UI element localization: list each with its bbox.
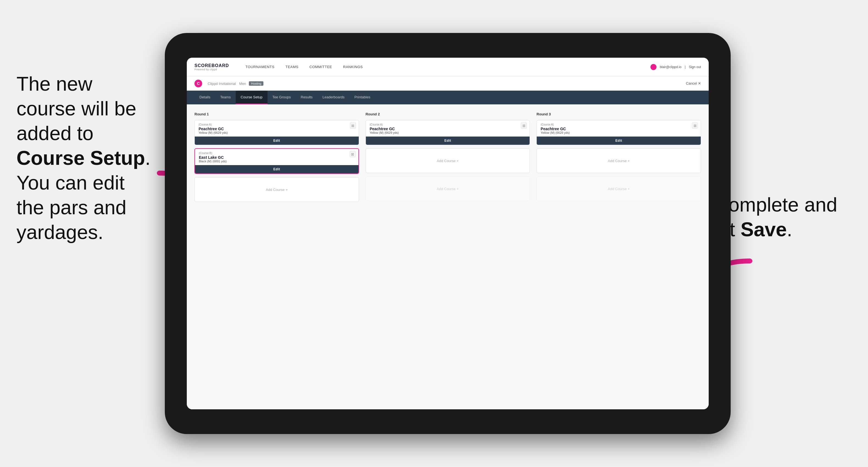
nav-committee[interactable]: COMMITTEE <box>310 65 332 69</box>
round-3-course-a-header: (Course A) Peachtree GC Yellow (M) (6629… <box>537 120 701 136</box>
round-1-course-a-label: (Course A) <box>198 123 355 126</box>
brand-title: SCOREBOARD <box>194 63 229 68</box>
round-1-course-b-card: (Course B) East Lake GC Black (M) (6891 … <box>194 148 359 174</box>
round-1-course-a-name: Peachtree GC <box>198 127 355 131</box>
round-3-course-a-label: (Course A) <box>540 123 697 126</box>
annotation-right: Complete andhit Save. <box>714 192 851 242</box>
round-2-course-a-header: (Course A) Peachtree GC Yellow (M) (6629… <box>366 120 530 136</box>
round-3-course-a-edit-button[interactable]: Edit <box>537 136 701 145</box>
rounds-grid: Round 1 (Course A) Peachtree GC Yellow (… <box>194 112 701 205</box>
tablet-device: SCOREBOARD Powered by clippd TOURNAMENTS… <box>165 33 731 434</box>
user-email: blair@clippd.io <box>660 65 681 69</box>
round-3-add-course-button[interactable]: Add Course + <box>536 148 701 173</box>
round-1-course-b-name: East Lake GC <box>199 155 354 160</box>
round-2-add-course-disabled: Add Course + <box>366 176 530 201</box>
round-1-title: Round 1 <box>194 112 359 116</box>
sign-out-link[interactable]: Sign out <box>689 65 701 69</box>
tab-details[interactable]: Details <box>194 91 215 104</box>
round-3-course-a-card: (Course A) Peachtree GC Yellow (M) (6629… <box>536 120 701 145</box>
round-3-course-a-tee: Yellow (M) (6629 yds) <box>540 131 697 134</box>
round-1-course-a-delete-button[interactable]: ⊠ <box>350 123 356 129</box>
cancel-button[interactable]: Cancel ✕ <box>686 81 701 86</box>
tab-results[interactable]: Results <box>296 91 317 104</box>
round-2-course-a-delete-button[interactable]: ⊠ <box>521 123 527 129</box>
round-3-course-a-name: Peachtree GC <box>540 127 697 131</box>
tournament-gender: Men <box>239 82 246 86</box>
tab-printables[interactable]: Printables <box>349 91 375 104</box>
round-2-title: Round 2 <box>366 112 530 116</box>
tablet-screen: SCOREBOARD Powered by clippd TOURNAMENTS… <box>187 58 709 409</box>
round-1-course-b-tee: Black (M) (6891 yds) <box>199 160 354 163</box>
nav-tournaments[interactable]: TOURNAMENTS <box>246 65 275 69</box>
round-1-course-a-edit-button[interactable]: Edit <box>195 136 359 145</box>
round-1-course-a-tee: Yellow (M) (6629 yds) <box>198 131 355 134</box>
nav-teams[interactable]: TEAMS <box>285 65 298 69</box>
round-1-course-b-edit-button[interactable]: Edit <box>195 165 359 173</box>
round-2-course-a-card: (Course A) Peachtree GC Yellow (M) (6629… <box>366 120 530 145</box>
separator: | <box>685 65 686 69</box>
round-2-course-a-name: Peachtree GC <box>370 127 526 131</box>
round-1-course-b-delete-button[interactable]: ⊠ <box>350 151 356 157</box>
tab-teams[interactable]: Teams <box>215 91 236 104</box>
round-1-column: Round 1 (Course A) Peachtree GC Yellow (… <box>194 112 359 205</box>
round-1-course-a-header: (Course A) Peachtree GC Yellow (M) (6629… <box>195 120 359 136</box>
round-3-column: Round 3 (Course A) Peachtree GC Yellow (… <box>536 112 701 205</box>
round-2-course-a-edit-button[interactable]: Edit <box>366 136 530 145</box>
round-1-course-b-label: (Course B) <box>199 152 354 155</box>
round-3-course-a-delete-button[interactable]: ⊠ <box>692 123 698 129</box>
nav-right: blair@clippd.io | Sign out <box>650 64 701 70</box>
round-2-course-a-tee: Yellow (M) (6629 yds) <box>370 131 526 134</box>
round-3-title: Round 3 <box>536 112 701 116</box>
tournament-name: Clippd Invitational Men <box>206 81 246 86</box>
round-1-course-a-card: (Course A) Peachtree GC Yellow (M) (6629… <box>194 120 359 145</box>
tournament-header: C Clippd Invitational Men Hosting Cancel… <box>187 76 709 91</box>
tab-leaderboards[interactable]: Leaderboards <box>317 91 349 104</box>
round-3-add-course-disabled: Add Course + <box>536 176 701 201</box>
round-1-add-course-button[interactable]: Add Course + <box>194 177 359 202</box>
tabs-bar: Details Teams Course Setup Tee Groups Re… <box>187 91 709 104</box>
round-2-add-course-button[interactable]: Add Course + <box>366 148 530 173</box>
nav-rankings[interactable]: RANKINGS <box>343 65 363 69</box>
user-avatar <box>650 64 656 70</box>
main-content: Round 1 (Course A) Peachtree GC Yellow (… <box>187 104 709 409</box>
brand-subtitle: Powered by clippd <box>194 68 229 71</box>
brand: SCOREBOARD Powered by clippd <box>194 63 229 71</box>
round-2-course-a-label: (Course A) <box>370 123 526 126</box>
round-1-course-b-header: (Course B) East Lake GC Black (M) (6891 … <box>195 149 359 165</box>
round-2-column: Round 2 (Course A) Peachtree GC Yellow (… <box>366 112 530 205</box>
tournament-logo: C <box>194 80 202 87</box>
top-nav: SCOREBOARD Powered by clippd TOURNAMENTS… <box>187 58 709 76</box>
tab-course-setup[interactable]: Course Setup <box>236 91 268 104</box>
tab-tee-groups[interactable]: Tee Groups <box>268 91 296 104</box>
hosting-badge: Hosting <box>249 81 264 86</box>
